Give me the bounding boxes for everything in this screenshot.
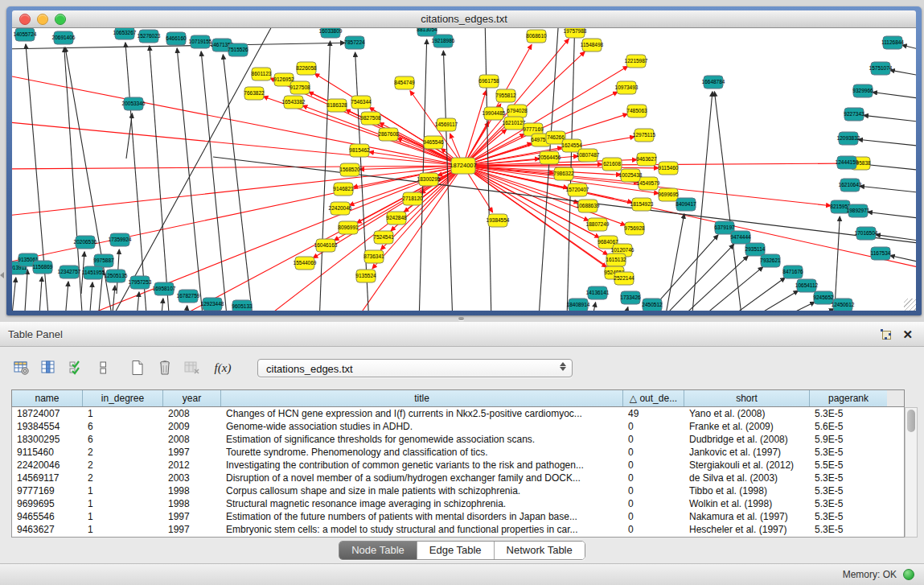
network-node[interactable]: 16648784 <box>702 76 725 89</box>
table-cell[interactable]: 1 <box>83 497 163 510</box>
network-node[interactable]: 11126844 <box>881 36 904 49</box>
network-node[interactable]: 11451955 <box>82 266 105 279</box>
network-node[interactable]: 12505135 <box>105 270 128 282</box>
show-column-button[interactable] <box>39 357 60 378</box>
network-node[interactable]: 6794028 <box>507 105 528 117</box>
table-mode-button[interactable] <box>11 357 32 378</box>
function-builder-icon[interactable]: f(x) <box>212 357 233 378</box>
network-node[interactable]: 18154923 <box>630 198 654 211</box>
table-row[interactable]: 1830029562008Estimation of significance … <box>12 433 904 446</box>
table-cell[interactable]: 9777169 <box>12 484 83 497</box>
network-node[interactable]: 20053346 <box>122 97 146 110</box>
table-cell[interactable]: 9463627 <box>12 523 83 536</box>
network-node[interactable]: 8409417 <box>676 198 696 211</box>
network-node[interactable]: 19218986 <box>432 35 455 47</box>
table-cell[interactable]: 5.3E-5 <box>810 497 887 510</box>
table-cell[interactable]: 2003 <box>163 472 221 484</box>
table-cell[interactable]: Estimation of the future numbers of pati… <box>221 510 623 523</box>
network-node[interactable]: 8186328 <box>326 99 347 112</box>
table-cell[interactable]: 2 <box>83 459 163 472</box>
network-node[interactable]: 15751074 <box>869 62 893 75</box>
network-node[interactable]: 9474444 <box>730 231 751 244</box>
network-node[interactable]: 1167534 <box>871 247 891 260</box>
select-all-button[interactable] <box>66 357 87 378</box>
network-node[interactable]: 7485063 <box>626 105 647 117</box>
network-node[interactable]: 8601123 <box>252 68 272 80</box>
network-node[interactable]: 6961758 <box>478 75 499 88</box>
network-node[interactable]: 12093832 <box>837 132 860 145</box>
network-node[interactable]: 2522144 <box>614 272 634 285</box>
table-scrollbar[interactable] <box>905 407 918 538</box>
table-cell[interactable]: 2 <box>83 446 163 459</box>
network-node[interactable]: 7663822 <box>244 87 265 100</box>
table-cell[interactable]: Changes of HCN gene expression and I(f) … <box>221 407 623 420</box>
table-cell[interactable]: Yano et al. (2008) <box>684 407 810 420</box>
network-node[interactable]: 1568520 <box>339 163 360 176</box>
float-panel-icon[interactable] <box>881 329 891 340</box>
table-cell[interactable]: 5.6E-5 <box>810 420 887 433</box>
network-node[interactable]: 10654112 <box>795 279 819 292</box>
network-node[interactable]: 1733426 <box>620 291 641 304</box>
network-node[interactable]: 9463627 <box>636 153 657 166</box>
column-header-name[interactable]: name <box>12 390 83 406</box>
network-node[interactable]: 16543382 <box>282 96 306 109</box>
table-cell[interactable]: 6 <box>83 420 163 433</box>
network-node[interactable]: 6466160 <box>166 32 187 45</box>
network-node[interactable]: 7524541 <box>373 231 394 244</box>
table-cell[interactable]: 2008 <box>163 407 221 420</box>
network-node[interactable]: 9329966 <box>852 84 873 97</box>
close-panel-icon[interactable]: ✕ <box>902 329 913 340</box>
table-cell[interactable]: 0 <box>623 472 684 484</box>
network-node[interactable]: 12923448 <box>201 298 224 311</box>
network-node[interactable]: 16958107 <box>153 282 176 295</box>
table-cell[interactable]: 1 <box>83 523 163 536</box>
network-window-titlebar[interactable]: citations_edges.txt <box>12 10 916 28</box>
table-cell[interactable]: 9115460 <box>12 446 83 459</box>
table-cell[interactable]: Tibbo et al. (1998) <box>684 484 810 497</box>
network-node[interactable]: 9699695 <box>658 188 679 201</box>
network-node[interactable]: 17359924 <box>109 233 132 246</box>
network-node[interactable]: 10719155 <box>189 35 212 48</box>
table-cell[interactable]: 2 <box>83 472 163 484</box>
table-cell[interactable]: de Silva et al. (2003) <box>684 472 810 484</box>
table-cell[interactable]: 5.3E-5 <box>810 484 887 497</box>
network-node[interactable]: 15720407 <box>566 183 589 196</box>
table-cell[interactable]: Investigating the contribution of common… <box>221 459 623 472</box>
network-node[interactable]: 621608 <box>602 158 622 171</box>
network-node[interactable]: 20691406 <box>52 31 76 44</box>
table-cell[interactable]: Embryonic stem cells: a model to study s… <box>221 523 623 536</box>
table-cell[interactable]: 5.3E-5 <box>810 510 887 523</box>
table-cell[interactable]: 9699695 <box>12 497 83 510</box>
network-node[interactable]: 2935114 <box>745 243 766 256</box>
network-node[interactable]: 9227343 <box>844 108 864 121</box>
table-cell[interactable]: Dudbridge et al. (2008) <box>684 433 810 446</box>
network-node[interactable]: 16210643 <box>839 179 862 192</box>
table-cell[interactable]: Stergiakouli et al. (2012) <box>684 459 810 472</box>
minimize-window-icon[interactable] <box>37 14 48 25</box>
table-cell[interactable]: 1997 <box>163 446 221 459</box>
table-cell[interactable]: 1997 <box>163 510 221 523</box>
network-node[interactable]: 20206536 <box>74 236 97 249</box>
table-cell[interactable]: 5.9E-5 <box>810 433 887 446</box>
tab-network-table[interactable]: Network Table <box>494 542 585 559</box>
network-node[interactable]: 18724007 <box>450 158 476 174</box>
table-cell[interactable]: Genome-wide association studies in ADHD. <box>221 420 623 433</box>
network-node[interactable]: 8471676 <box>782 266 803 278</box>
network-node[interactable]: 18408914 <box>567 299 590 311</box>
window-resize-grip[interactable] <box>904 299 916 311</box>
network-node[interactable]: 7932621 <box>760 254 781 267</box>
network-node[interactable]: 19904485 <box>483 107 506 120</box>
table-cell[interactable]: Franke et al. (2009) <box>684 420 810 433</box>
splitter-collapse-icon[interactable] <box>0 272 4 278</box>
network-node[interactable]: 9827508 <box>360 112 381 125</box>
new-column-button[interactable] <box>127 357 148 378</box>
table-cell[interactable]: 0 <box>623 420 684 433</box>
table-cell[interactable]: Disruption of a novel member of a sodium… <box>221 472 623 484</box>
table-cell[interactable]: Structural magnetic resonance image aver… <box>221 497 623 510</box>
network-node[interactable]: 9975887 <box>93 254 114 267</box>
table-row[interactable]: 1456911722003Disruption of a novel membe… <box>12 472 904 484</box>
network-node[interactable]: 18300295 <box>417 173 441 186</box>
table-cell[interactable]: Tourette syndrome. Phenomenology and cla… <box>221 446 623 459</box>
column-header-out_de[interactable]: △ out_de... <box>623 390 684 406</box>
network-node[interactable]: 19757988 <box>564 28 587 38</box>
